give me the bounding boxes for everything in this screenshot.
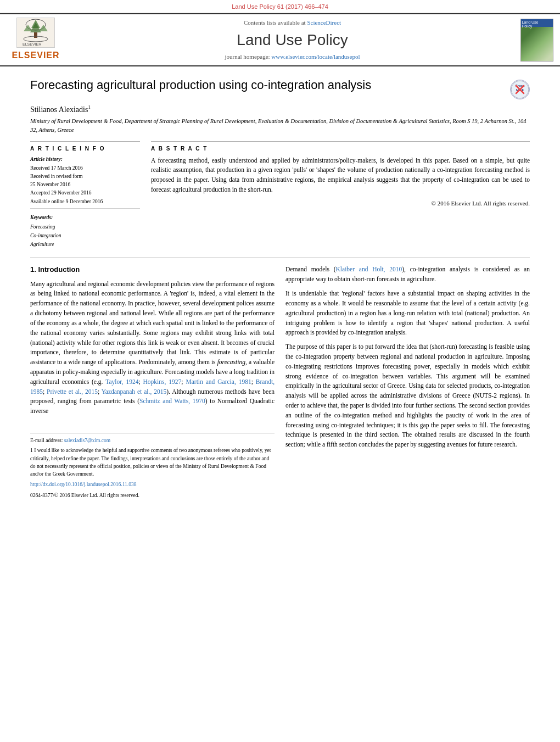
journal-center-info: Contents lists available at ScienceDirec… [71,19,513,62]
author-name: Stilianos Alexiadis [30,105,88,113]
ref-schmitz[interactable]: Schmitz and Watts, 1970 [139,398,205,404]
footnote-area: E-mail address: salexiadis7@xim.com 1 I … [30,433,275,499]
article-info-title: A R T I C L E I N F O [30,145,140,153]
abstract-title: A B S T R A C T [151,145,530,153]
section1-right-para3: The purpose of this paper is to put forw… [285,342,530,450]
journal-citation: Land Use Policy 61 (2017) 466–474 [232,3,328,10]
main-body-section: 1. Introduction Many agricultural and re… [30,258,530,499]
section1-right-para2: It is undeniable that 'regional' factors… [285,289,530,338]
journal-citation-bar: Land Use Policy 61 (2017) 466–474 [0,0,560,13]
sciencedirect-link[interactable]: ScienceDirect [307,19,341,26]
ref-privette[interactable]: Privette et al., 2015 [47,388,98,395]
journal-name: Land Use Policy [71,29,513,51]
keywords-section: Keywords: Forecasting Co-integration Agr… [30,214,140,249]
doi-line: http://dx.doi.org/10.1016/j.landusepol.2… [30,481,275,488]
ref-taylor[interactable]: Taylor, 1924 [105,378,138,385]
email-label: E-mail address: [30,438,63,443]
keyword-cointegration: Co-integration [30,231,140,240]
issn-line: 0264-8377/© 2016 Elsevier Ltd. All right… [30,492,275,499]
svg-rect-6 [34,32,37,38]
homepage-text: journal homepage: [225,53,270,60]
copyright-text: © 2016 Elsevier Ltd. All rights reserved… [151,199,530,208]
section1-right-para1: Demand models (Klaiber and Holt, 2010), … [285,265,530,284]
divider [30,208,140,209]
affiliation-line: Ministry of Rural Development & Food, De… [30,117,530,135]
sciencedirect-text: Contents lists available at [244,19,306,26]
cover-image: Land UsePolicy [520,19,553,62]
journal-homepage-line: journal homepage: www.elsevier.com/locat… [71,53,513,61]
cover-image-label: Land UsePolicy [522,20,539,29]
title-row: Forecasting agricultural production usin… [30,77,530,99]
elsevier-logo-block: ELSEVIER ELSEVIER [5,18,66,62]
section1-heading: 1. Introduction [30,265,275,275]
revised-label: Received in revised form [30,172,140,181]
article-info-column: A R T I C L E I N F O Article history: R… [30,141,140,249]
svg-text:ELSEVIER: ELSEVIER [23,42,41,46]
journal-cover-block: Land UsePolicy [519,19,555,62]
online-date: Available online 9 December 2016 [30,198,140,206]
ref-martin[interactable]: Martin and Garcia, 1981 [186,378,251,385]
abstract-column: A B S T R A C T A forecasting method, ea… [151,141,530,249]
crossmark-badge[interactable]: Cross Mark [510,80,530,99]
elsevier-tree-image: ELSEVIER [16,18,55,48]
keywords-title: Keywords: [30,214,140,221]
ref-hopkins[interactable]: Hopkins, 1927 [143,378,182,385]
keyword-agriculture: Agriculture [30,240,140,249]
section1-paragraph1: Many agricultural and regional economic … [30,280,275,416]
sciencedirect-line: Contents lists available at ScienceDirec… [71,19,513,27]
footnote1-text: 1 I would like to acknowledge the helpfu… [30,447,275,478]
homepage-link[interactable]: www.elsevier.com/locate/landusepol [271,53,360,60]
elsevier-label: ELSEVIER [12,49,59,62]
footnote-email-line: E-mail address: salexiadis7@xim.com [30,437,275,444]
article-history-label: Article history: [30,156,140,163]
paper-title: Forecasting agricultural production usin… [30,77,503,93]
author-sup: 1 [88,104,91,110]
author-line: Stilianos Alexiadis1 [30,104,530,115]
two-column-section: A R T I C L E I N F O Article history: R… [30,141,530,249]
body-right-column: Demand models (Klaiber and Holt, 2010), … [285,265,530,499]
ref-yazdan[interactable]: Yazdanpanah et al., 2015 [102,388,167,395]
revised-date: 25 November 2016 [30,181,140,189]
body-left-column: 1. Introduction Many agricultural and re… [30,265,275,499]
received-date: Received 17 March 2016 [30,164,140,172]
journal-header: ELSEVIER ELSEVIER Contents lists availab… [0,13,560,66]
abstract-text: A forecasting method, easily understood … [151,156,530,195]
email-link[interactable]: salexiadis7@xim.com [64,438,110,443]
doi-link[interactable]: http://dx.doi.org/10.1016/j.landusepol.2… [30,482,136,487]
keyword-forecasting: Forecasting [30,222,140,231]
accepted-date: Accepted 29 November 2016 [30,189,140,197]
ref-klaiber[interactable]: Klaiber and Holt, 2010 [336,266,402,272]
paper-container: Forecasting agricultural production usin… [0,66,560,510]
